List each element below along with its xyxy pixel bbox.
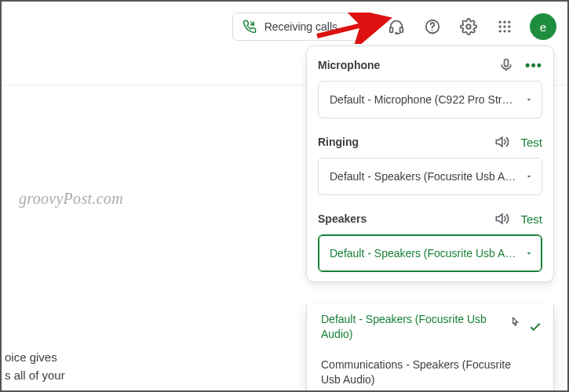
svg-rect-0 bbox=[390, 27, 393, 32]
microphone-icon[interactable] bbox=[498, 57, 514, 73]
footer-line-1: oice gives bbox=[5, 349, 65, 367]
speakers-test-button[interactable]: Test bbox=[520, 212, 542, 226]
volume-icon[interactable] bbox=[494, 211, 509, 227]
microphone-more-button[interactable]: ••• bbox=[525, 61, 542, 69]
apps-button[interactable] bbox=[489, 11, 520, 42]
volume-icon[interactable] bbox=[494, 134, 509, 150]
svg-point-5 bbox=[466, 24, 471, 29]
help-button[interactable] bbox=[417, 11, 448, 42]
speakers-option-0[interactable]: Default - Speakers (Focusrite Usb Audio) bbox=[307, 304, 553, 350]
microphone-selected-value: Default - Microphone (C922 Pro Strea… bbox=[330, 93, 518, 106]
svg-point-4 bbox=[432, 30, 433, 31]
svg-point-12 bbox=[499, 30, 502, 32]
headphones-icon bbox=[388, 18, 405, 35]
svg-rect-1 bbox=[400, 27, 403, 32]
cursor-pointer-icon bbox=[508, 315, 522, 331]
speakers-selected-value: Default - Speakers (Focusrite Usb Aud… bbox=[330, 247, 518, 260]
watermark-text: groovyPost.com bbox=[19, 190, 123, 208]
speakers-dropdown: Default - Speakers (Focusrite Usb Audio)… bbox=[306, 304, 554, 392]
ringing-select[interactable]: Default - Speakers (Focusrite Usb Aud… bbox=[318, 158, 542, 195]
phone-receiving-icon bbox=[243, 20, 257, 34]
chevron-down-icon bbox=[524, 95, 534, 104]
apps-grid-icon bbox=[497, 19, 512, 34]
top-bar: Receiving calls bbox=[232, 2, 567, 52]
microphone-section: Microphone ••• Default - Microphone (C92… bbox=[318, 57, 542, 118]
svg-point-9 bbox=[499, 25, 502, 27]
microphone-title: Microphone bbox=[318, 59, 380, 71]
svg-point-6 bbox=[499, 21, 502, 24]
chevron-down-icon bbox=[347, 22, 356, 31]
gear-icon bbox=[460, 18, 477, 35]
chevron-down-icon bbox=[524, 249, 534, 258]
microphone-select[interactable]: Default - Microphone (C922 Pro Strea… bbox=[318, 81, 542, 118]
audio-settings-panel: Microphone ••• Default - Microphone (C92… bbox=[306, 45, 554, 282]
account-avatar[interactable]: e bbox=[530, 13, 556, 40]
svg-point-11 bbox=[508, 25, 510, 27]
ringing-title: Ringing bbox=[318, 136, 359, 148]
settings-button[interactable] bbox=[453, 11, 484, 42]
avatar-letter: e bbox=[540, 20, 546, 34]
speakers-option-1[interactable]: Communications - Speakers (Focusrite Usb… bbox=[307, 350, 553, 392]
option-label: Communications - Speakers (Focusrite Usb… bbox=[321, 358, 511, 386]
audio-settings-button[interactable] bbox=[381, 11, 412, 42]
svg-point-13 bbox=[503, 30, 505, 32]
option-label: Default - Speakers (Focusrite Usb Audio) bbox=[321, 313, 487, 340]
checkmark-icon bbox=[528, 320, 542, 334]
receiving-calls-label: Receiving calls bbox=[264, 20, 337, 33]
receiving-calls-chip[interactable]: Receiving calls bbox=[232, 13, 368, 41]
svg-point-8 bbox=[508, 21, 510, 24]
speakers-title: Speakers bbox=[318, 212, 367, 225]
svg-point-10 bbox=[503, 25, 505, 27]
speakers-section: Speakers Test Default - Speakers (Focusr… bbox=[318, 211, 542, 272]
ringing-section: Ringing Test Default - Speakers (Focusri… bbox=[318, 134, 542, 195]
svg-rect-19 bbox=[505, 60, 509, 67]
footer-line-2: s all of your bbox=[5, 367, 65, 385]
footer-text: oice gives s all of your bbox=[5, 349, 65, 384]
svg-point-14 bbox=[508, 30, 510, 32]
help-icon bbox=[424, 18, 441, 35]
chevron-down-icon bbox=[524, 172, 534, 181]
ringing-selected-value: Default - Speakers (Focusrite Usb Aud… bbox=[330, 170, 518, 183]
svg-point-2 bbox=[396, 32, 397, 34]
svg-point-7 bbox=[503, 21, 505, 24]
ringing-test-button[interactable]: Test bbox=[520, 136, 542, 149]
speakers-select[interactable]: Default - Speakers (Focusrite Usb Aud… bbox=[318, 234, 542, 272]
